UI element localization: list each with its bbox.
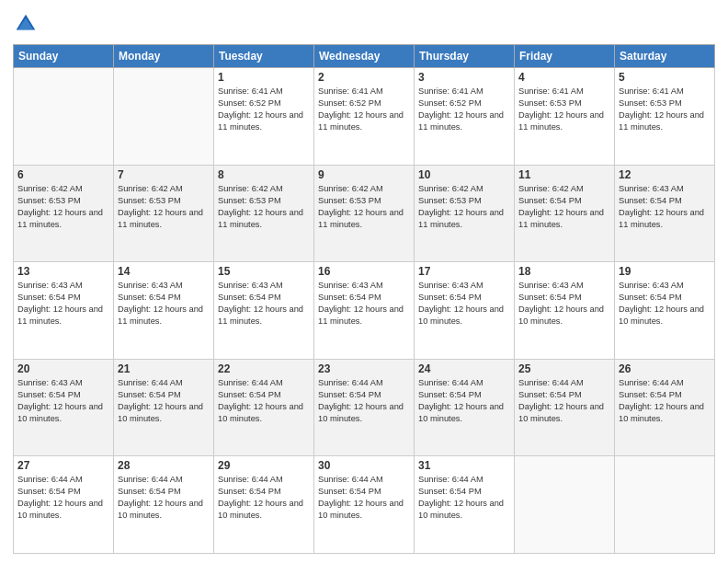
- calendar-cell: 10Sunrise: 6:42 AMSunset: 6:53 PMDayligh…: [415, 165, 515, 262]
- col-wednesday: Wednesday: [314, 45, 415, 68]
- calendar-cell: 31Sunrise: 6:44 AMSunset: 6:54 PMDayligh…: [415, 456, 515, 554]
- day-info: Sunrise: 6:42 AMSunset: 6:53 PMDaylight:…: [318, 183, 410, 231]
- col-saturday: Saturday: [615, 45, 715, 68]
- calendar-cell: 23Sunrise: 6:44 AMSunset: 6:54 PMDayligh…: [314, 359, 415, 456]
- day-info: Sunrise: 6:43 AMSunset: 6:54 PMDaylight:…: [619, 183, 711, 231]
- calendar-cell: [515, 456, 615, 554]
- day-info: Sunrise: 6:44 AMSunset: 6:54 PMDaylight:…: [318, 474, 410, 522]
- day-info: Sunrise: 6:42 AMSunset: 6:53 PMDaylight:…: [418, 183, 510, 231]
- day-number: 18: [518, 265, 610, 278]
- day-info: Sunrise: 6:41 AMSunset: 6:53 PMDaylight:…: [619, 86, 711, 133]
- day-info: Sunrise: 6:42 AMSunset: 6:53 PMDaylight:…: [218, 183, 310, 231]
- day-info: Sunrise: 6:41 AMSunset: 6:53 PMDaylight:…: [518, 86, 610, 133]
- day-number: 29: [218, 459, 310, 472]
- day-number: 25: [518, 362, 610, 375]
- day-number: 12: [619, 168, 711, 181]
- day-info: Sunrise: 6:42 AMSunset: 6:53 PMDaylight:…: [118, 183, 210, 231]
- calendar-week-4: 20Sunrise: 6:43 AMSunset: 6:54 PMDayligh…: [14, 359, 715, 456]
- calendar-cell: 5Sunrise: 6:41 AMSunset: 6:53 PMDaylight…: [615, 68, 715, 166]
- day-info: Sunrise: 6:43 AMSunset: 6:54 PMDaylight:…: [17, 280, 109, 327]
- day-number: 7: [118, 168, 210, 181]
- day-number: 16: [318, 265, 410, 278]
- calendar-cell: 7Sunrise: 6:42 AMSunset: 6:53 PMDaylight…: [114, 165, 214, 262]
- day-number: 30: [318, 459, 410, 472]
- calendar-cell: [615, 456, 715, 554]
- calendar-cell: 25Sunrise: 6:44 AMSunset: 6:54 PMDayligh…: [515, 359, 615, 456]
- day-number: 21: [118, 362, 210, 375]
- calendar-cell: 2Sunrise: 6:41 AMSunset: 6:52 PMDaylight…: [314, 68, 415, 166]
- day-info: Sunrise: 6:43 AMSunset: 6:54 PMDaylight:…: [118, 280, 210, 327]
- calendar-cell: 30Sunrise: 6:44 AMSunset: 6:54 PMDayligh…: [314, 456, 415, 554]
- day-info: Sunrise: 6:41 AMSunset: 6:52 PMDaylight:…: [318, 86, 410, 133]
- day-number: 28: [118, 459, 210, 472]
- day-info: Sunrise: 6:42 AMSunset: 6:54 PMDaylight:…: [518, 183, 610, 231]
- calendar-cell: 4Sunrise: 6:41 AMSunset: 6:53 PMDaylight…: [515, 68, 615, 166]
- calendar-cell: 9Sunrise: 6:42 AMSunset: 6:53 PMDaylight…: [314, 165, 415, 262]
- day-number: 11: [518, 168, 610, 181]
- day-info: Sunrise: 6:43 AMSunset: 6:54 PMDaylight:…: [518, 280, 610, 327]
- col-thursday: Thursday: [415, 45, 515, 68]
- col-friday: Friday: [515, 45, 615, 68]
- calendar-cell: 1Sunrise: 6:41 AMSunset: 6:52 PMDaylight…: [214, 68, 314, 166]
- calendar-cell: 6Sunrise: 6:42 AMSunset: 6:53 PMDaylight…: [14, 165, 114, 262]
- day-info: Sunrise: 6:42 AMSunset: 6:53 PMDaylight:…: [17, 183, 109, 231]
- calendar-cell: 11Sunrise: 6:42 AMSunset: 6:54 PMDayligh…: [515, 165, 615, 262]
- day-info: Sunrise: 6:44 AMSunset: 6:54 PMDaylight:…: [619, 377, 711, 425]
- calendar-cell: 24Sunrise: 6:44 AMSunset: 6:54 PMDayligh…: [415, 359, 515, 456]
- calendar-cell: 19Sunrise: 6:43 AMSunset: 6:54 PMDayligh…: [615, 262, 715, 360]
- calendar-week-5: 27Sunrise: 6:44 AMSunset: 6:54 PMDayligh…: [14, 456, 715, 554]
- day-number: 4: [518, 71, 610, 84]
- day-info: Sunrise: 6:44 AMSunset: 6:54 PMDaylight:…: [218, 377, 310, 425]
- day-info: Sunrise: 6:44 AMSunset: 6:54 PMDaylight:…: [118, 377, 210, 425]
- calendar-cell: 18Sunrise: 6:43 AMSunset: 6:54 PMDayligh…: [515, 262, 615, 360]
- calendar: Sunday Monday Tuesday Wednesday Thursday…: [13, 44, 715, 554]
- calendar-cell: 16Sunrise: 6:43 AMSunset: 6:54 PMDayligh…: [314, 262, 415, 360]
- day-info: Sunrise: 6:44 AMSunset: 6:54 PMDaylight:…: [418, 474, 510, 522]
- day-number: 20: [17, 362, 109, 375]
- calendar-cell: 3Sunrise: 6:41 AMSunset: 6:52 PMDaylight…: [415, 68, 515, 166]
- day-info: Sunrise: 6:44 AMSunset: 6:54 PMDaylight:…: [518, 377, 610, 425]
- calendar-cell: 20Sunrise: 6:43 AMSunset: 6:54 PMDayligh…: [14, 359, 114, 456]
- day-number: 22: [218, 362, 310, 375]
- calendar-header-row: Sunday Monday Tuesday Wednesday Thursday…: [14, 45, 715, 68]
- calendar-week-1: 1Sunrise: 6:41 AMSunset: 6:52 PMDaylight…: [14, 68, 715, 166]
- day-info: Sunrise: 6:41 AMSunset: 6:52 PMDaylight:…: [218, 86, 310, 133]
- calendar-cell: 22Sunrise: 6:44 AMSunset: 6:54 PMDayligh…: [214, 359, 314, 456]
- day-info: Sunrise: 6:43 AMSunset: 6:54 PMDaylight:…: [318, 280, 410, 327]
- day-number: 24: [418, 362, 510, 375]
- day-number: 26: [619, 362, 711, 375]
- col-tuesday: Tuesday: [214, 45, 314, 68]
- calendar-cell: 13Sunrise: 6:43 AMSunset: 6:54 PMDayligh…: [14, 262, 114, 360]
- day-number: 19: [619, 265, 711, 278]
- header: [13, 11, 715, 37]
- day-info: Sunrise: 6:43 AMSunset: 6:54 PMDaylight:…: [218, 280, 310, 327]
- calendar-week-2: 6Sunrise: 6:42 AMSunset: 6:53 PMDaylight…: [14, 165, 715, 262]
- logo-icon: [13, 11, 39, 37]
- day-number: 5: [619, 71, 711, 84]
- day-number: 14: [118, 265, 210, 278]
- calendar-cell: 27Sunrise: 6:44 AMSunset: 6:54 PMDayligh…: [14, 456, 114, 554]
- day-info: Sunrise: 6:43 AMSunset: 6:54 PMDaylight:…: [418, 280, 510, 327]
- day-info: Sunrise: 6:41 AMSunset: 6:52 PMDaylight:…: [418, 86, 510, 133]
- day-info: Sunrise: 6:44 AMSunset: 6:54 PMDaylight:…: [218, 474, 310, 522]
- day-number: 10: [418, 168, 510, 181]
- day-number: 13: [17, 265, 109, 278]
- calendar-cell: [14, 68, 114, 166]
- day-number: 17: [418, 265, 510, 278]
- day-number: 9: [318, 168, 410, 181]
- day-info: Sunrise: 6:43 AMSunset: 6:54 PMDaylight:…: [17, 377, 109, 425]
- calendar-week-3: 13Sunrise: 6:43 AMSunset: 6:54 PMDayligh…: [14, 262, 715, 360]
- day-number: 27: [17, 459, 109, 472]
- day-info: Sunrise: 6:44 AMSunset: 6:54 PMDaylight:…: [418, 377, 510, 425]
- day-number: 8: [218, 168, 310, 181]
- calendar-cell: 8Sunrise: 6:42 AMSunset: 6:53 PMDaylight…: [214, 165, 314, 262]
- calendar-cell: [114, 68, 214, 166]
- logo: [13, 11, 42, 37]
- col-monday: Monday: [114, 45, 214, 68]
- day-number: 23: [318, 362, 410, 375]
- calendar-cell: 14Sunrise: 6:43 AMSunset: 6:54 PMDayligh…: [114, 262, 214, 360]
- day-info: Sunrise: 6:43 AMSunset: 6:54 PMDaylight:…: [619, 280, 711, 327]
- calendar-cell: 12Sunrise: 6:43 AMSunset: 6:54 PMDayligh…: [615, 165, 715, 262]
- col-sunday: Sunday: [14, 45, 114, 68]
- day-info: Sunrise: 6:44 AMSunset: 6:54 PMDaylight:…: [318, 377, 410, 425]
